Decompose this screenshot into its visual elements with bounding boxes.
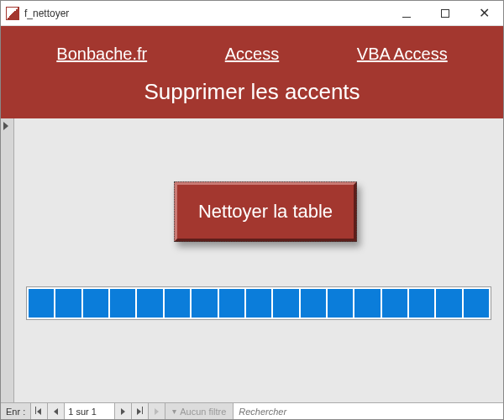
- link-bonbache[interactable]: Bonbache.fr: [56, 45, 147, 64]
- recnav-filter-text: Aucun filtre: [180, 407, 226, 417]
- filter-icon: ▾: [172, 407, 176, 416]
- progress-segment: [110, 289, 135, 318]
- recnav-search[interactable]: [234, 403, 503, 419]
- close-button[interactable]: ✕: [465, 1, 503, 26]
- recnav-first-button[interactable]: [31, 403, 48, 419]
- window-title: f_nettoyer: [24, 8, 69, 19]
- recnav-filter[interactable]: ▾ Aucun filtre: [165, 403, 234, 419]
- record-navigator: Enr : 1 sur 1 ▾ Aucun filtre: [1, 402, 503, 419]
- progress-segment: [273, 289, 298, 318]
- last-record-icon: [137, 407, 143, 417]
- next-record-icon: [121, 408, 125, 415]
- progress-segment: [436, 289, 461, 318]
- recnav-position[interactable]: 1 sur 1: [65, 403, 115, 419]
- new-record-icon: [155, 408, 159, 415]
- progress-segment: [328, 289, 353, 318]
- header-links: Bonbache.fr Access VBA Access: [9, 38, 495, 79]
- link-vba-access[interactable]: VBA Access: [357, 45, 448, 64]
- progress-bar: [26, 286, 491, 320]
- progress-segment: [246, 289, 271, 318]
- current-record-marker-icon: [3, 122, 8, 130]
- progress-segment: [55, 289, 81, 318]
- progress-segment: [192, 289, 217, 318]
- form-header: Bonbache.fr Access VBA Access Supprimer …: [1, 26, 503, 118]
- prev-record-icon: [54, 408, 58, 415]
- record-selector-gutter[interactable]: [1, 118, 14, 402]
- app-window: f_nettoyer ✕ Bonbache.fr Access VBA Acce…: [0, 0, 504, 420]
- progress-segment: [382, 289, 407, 318]
- progress-segment: [83, 289, 108, 318]
- progress-segment: [301, 289, 326, 318]
- recnav-new-button[interactable]: [149, 403, 165, 419]
- access-form-icon: [6, 7, 19, 20]
- clean-table-button-label: Nettoyer la table: [198, 201, 333, 223]
- clean-table-button[interactable]: Nettoyer la table: [174, 181, 357, 242]
- first-record-icon: [37, 407, 41, 417]
- progress-segment: [409, 289, 434, 318]
- recnav-next-button[interactable]: [115, 403, 132, 419]
- recnav-prev-button[interactable]: [48, 403, 65, 419]
- page-title: Supprimer les accents: [9, 79, 495, 105]
- progress-segment: [137, 289, 162, 318]
- form-detail: Nettoyer la table: [14, 118, 503, 402]
- maximize-button[interactable]: [426, 1, 465, 26]
- progress-segment: [354, 289, 380, 318]
- recnav-last-button[interactable]: [132, 403, 149, 419]
- maximize-icon: [441, 9, 449, 18]
- form-detail-row: Nettoyer la table: [1, 118, 503, 402]
- close-icon: ✕: [479, 7, 490, 20]
- recnav-search-input[interactable]: [239, 407, 498, 417]
- minimize-icon: [402, 9, 411, 18]
- progress-segment: [29, 289, 54, 318]
- progress-segment: [464, 289, 489, 318]
- progress-segment: [165, 289, 190, 318]
- progress-segment: [219, 289, 244, 318]
- link-access[interactable]: Access: [225, 45, 279, 64]
- minimize-button[interactable]: [387, 1, 426, 26]
- window-titlebar: f_nettoyer ✕: [1, 1, 503, 26]
- recnav-label: Enr :: [1, 403, 31, 419]
